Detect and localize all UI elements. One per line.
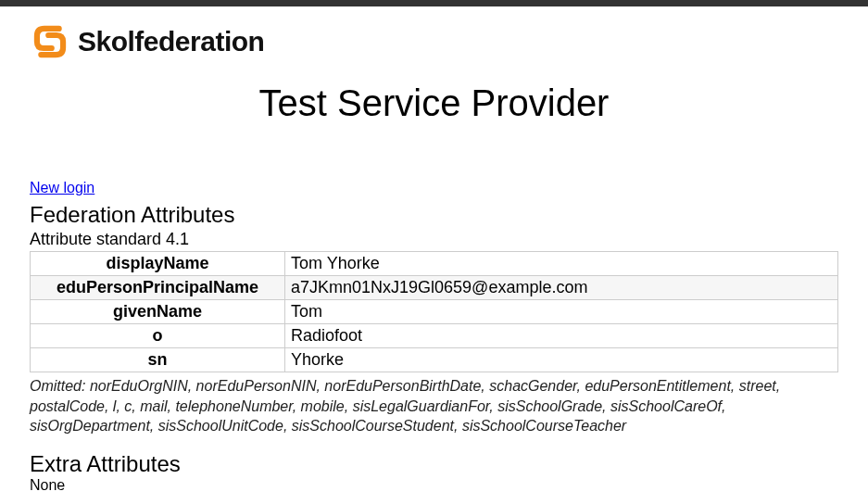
skolfederation-logo-icon [30, 21, 70, 62]
attribute-value: Radiofoot [285, 324, 838, 348]
federation-attributes-heading: Federation Attributes [30, 202, 838, 228]
attribute-key: sn [31, 348, 285, 372]
extra-attributes-value: None [30, 477, 838, 494]
page-title: Test Service Provider [30, 82, 838, 124]
table-row: eduPersonPrincipalNamea7JKmn01NxJ19Gl065… [31, 276, 838, 300]
omitted-attributes-text: Omitted: norEduOrgNIN, norEduPersonNIN, … [30, 376, 838, 436]
attribute-value: Yhorke [285, 348, 838, 372]
table-row: displayNameTom Yhorke [31, 252, 838, 276]
table-row: givenNameTom [31, 300, 838, 324]
top-bar [0, 0, 868, 6]
attribute-key: givenName [31, 300, 285, 324]
attribute-value: Tom Yhorke [285, 252, 838, 276]
attribute-key: eduPersonPrincipalName [31, 276, 285, 300]
table-row: snYhorke [31, 348, 838, 372]
extra-attributes-heading: Extra Attributes [30, 451, 838, 477]
brand-name: Skolfederation [78, 26, 264, 57]
attribute-value: Tom [285, 300, 838, 324]
new-login-link[interactable]: New login [30, 180, 94, 195]
attribute-standard-label: Attribute standard 4.1 [30, 230, 838, 249]
page-content: Skolfederation Test Service Provider New… [0, 6, 868, 494]
attributes-table: displayNameTom YhorkeeduPersonPrincipalN… [30, 251, 838, 372]
logo-row: Skolfederation [30, 21, 838, 62]
attribute-value: a7JKmn01NxJ19Gl0659@example.com [285, 276, 838, 300]
table-row: oRadiofoot [31, 324, 838, 348]
attribute-key: displayName [31, 252, 285, 276]
attribute-key: o [31, 324, 285, 348]
